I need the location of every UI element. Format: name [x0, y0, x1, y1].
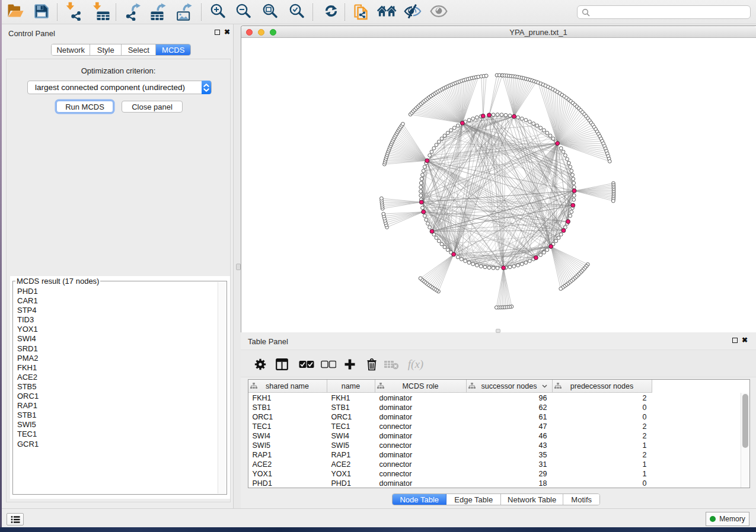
- mcds-result-item[interactable]: PHD1: [14, 287, 218, 296]
- search-input[interactable]: [590, 6, 750, 18]
- show-all-button[interactable]: [429, 2, 449, 22]
- status-bar: Memory: [2, 508, 756, 527]
- network-view[interactable]: [241, 39, 756, 332]
- close-panel-button[interactable]: Close panel: [122, 101, 183, 113]
- column-header-name[interactable]: name: [327, 380, 375, 392]
- table-row[interactable]: TEC1TEC1connector472: [248, 422, 748, 431]
- window-minimize-button[interactable]: [258, 29, 264, 36]
- mcds-result-item[interactable]: STP4: [14, 306, 218, 315]
- tab-edge-table[interactable]: Edge Table: [446, 494, 500, 505]
- toolbar-separator: [116, 4, 116, 21]
- table-row[interactable]: RAP1RAP1dominator352: [248, 450, 748, 460]
- column-header-predecessor-nodes[interactable]: predecessor nodes: [553, 380, 652, 392]
- search-field[interactable]: [577, 5, 751, 19]
- tab-network-table[interactable]: Network Table: [501, 494, 563, 505]
- optimization-criterion-select[interactable]: largest connected component (undirected): [27, 81, 212, 94]
- tab-network[interactable]: Network: [52, 44, 90, 55]
- table-cell: PHD1: [327, 479, 375, 488]
- mcds-result-item[interactable]: TID3: [14, 315, 218, 325]
- mcds-result-list[interactable]: PHD1CAR1STP4TID3YOX1SWI4SRD1PMA2FKH1ACE2…: [14, 287, 218, 493]
- column-header-successor-nodes[interactable]: successor nodes: [467, 380, 553, 392]
- mcds-result-item[interactable]: STB1: [14, 411, 218, 420]
- horizontal-splitter-grip[interactable]: [496, 329, 500, 333]
- add-button[interactable]: [341, 356, 359, 372]
- network-window-titlebar[interactable]: YPA_prune.txt_1: [241, 26, 756, 38]
- table-row[interactable]: ACE2ACE2connector311: [248, 460, 748, 469]
- houses-icon: [377, 5, 397, 19]
- mcds-result-scrollbar[interactable]: [218, 282, 226, 493]
- mcds-result-item[interactable]: STB5: [14, 382, 218, 392]
- table-scrollbar-thumb[interactable]: [742, 394, 748, 448]
- task-history-button[interactable]: [7, 513, 24, 525]
- first-neighbors-button[interactable]: [351, 2, 371, 22]
- table-row[interactable]: SWI4SWI4dominator462: [248, 431, 748, 441]
- tab-style[interactable]: Style: [90, 44, 122, 55]
- table-cell: SWI4: [327, 431, 375, 441]
- memory-button[interactable]: Memory: [706, 512, 749, 526]
- houses-button[interactable]: [377, 2, 397, 22]
- table-row[interactable]: YOX1YOX1connector291: [248, 469, 748, 479]
- float-panel-icon[interactable]: [215, 30, 220, 35]
- table-cell: YOX1: [327, 469, 375, 479]
- gear-icon: [254, 358, 267, 371]
- mcds-result-item[interactable]: ORC1: [14, 392, 218, 401]
- hide-selected-button[interactable]: [403, 2, 423, 22]
- mcds-result-item[interactable]: SWI4: [14, 334, 218, 344]
- function-builder-button[interactable]: f(x): [407, 356, 425, 372]
- window-zoom-button[interactable]: [270, 29, 276, 36]
- float-table-panel-icon[interactable]: [732, 338, 738, 343]
- mcds-result-item[interactable]: CAR1: [14, 296, 218, 306]
- mcds-result-item[interactable]: TEC1: [14, 430, 218, 439]
- mcds-result-item[interactable]: PMA2: [14, 354, 218, 363]
- delete-button[interactable]: [363, 356, 381, 372]
- table-cell: ORC1: [248, 412, 327, 422]
- vertical-splitter[interactable]: [233, 24, 241, 508]
- show-column-button[interactable]: [273, 356, 291, 372]
- table-settings-button[interactable]: [251, 356, 269, 372]
- table-row[interactable]: PHD1PHD1dominator180: [248, 479, 748, 488]
- splitter-grip[interactable]: [236, 264, 241, 270]
- import-network-button[interactable]: [64, 2, 84, 22]
- export-network-button[interactable]: [123, 2, 143, 22]
- tab-motifs[interactable]: Motifs: [563, 494, 599, 505]
- tab-mcds[interactable]: MCDS: [156, 44, 190, 55]
- zoom-out-icon: [235, 3, 251, 22]
- mcds-result-item[interactable]: SWI5: [14, 420, 218, 430]
- column-header-shared-name[interactable]: shared name: [248, 380, 327, 392]
- zoom-in-button[interactable]: [208, 2, 228, 22]
- delete-table-button[interactable]: [382, 356, 400, 372]
- export-image-button[interactable]: [175, 2, 195, 22]
- mcds-result-item[interactable]: FKH1: [14, 363, 218, 373]
- table-cell: 1: [553, 460, 652, 469]
- mcds-result-item[interactable]: RAP1: [14, 401, 218, 411]
- apply-layout-button[interactable]: [321, 2, 341, 22]
- zoom-selected-button[interactable]: [286, 2, 307, 22]
- open-file-button[interactable]: [5, 2, 25, 22]
- table-row[interactable]: ORC1ORC1dominator610: [248, 412, 748, 422]
- column-label: MCDS role: [402, 382, 438, 390]
- zoom-fit-button[interactable]: [260, 2, 280, 22]
- import-table-button[interactable]: [91, 2, 111, 22]
- toolbar-separator: [201, 4, 202, 21]
- select-all-button[interactable]: [298, 356, 315, 372]
- zoom-out-button[interactable]: [233, 2, 253, 22]
- window-close-button[interactable]: [246, 29, 253, 36]
- table-scrollbar[interactable]: [741, 393, 749, 488]
- mcds-result-item[interactable]: YOX1: [14, 325, 218, 334]
- eye-icon: [430, 5, 448, 20]
- column-header-MCDS-role[interactable]: MCDS role: [375, 380, 467, 392]
- export-table-button[interactable]: [149, 2, 169, 22]
- mcds-result-item[interactable]: ACE2: [14, 373, 218, 382]
- close-panel-icon[interactable]: ✖: [224, 30, 230, 35]
- tab-select[interactable]: Select: [122, 44, 157, 55]
- table-row[interactable]: SWI5SWI5connector431: [248, 441, 748, 450]
- mcds-result-item[interactable]: SRD1: [14, 344, 218, 354]
- run-mcds-button[interactable]: Run MCDS: [56, 101, 113, 113]
- deselect-all-button[interactable]: [320, 356, 337, 372]
- save-session-button[interactable]: [31, 2, 52, 22]
- mcds-result-item[interactable]: GCR1: [14, 440, 218, 449]
- table-row[interactable]: STB1STB1dominator620: [248, 403, 748, 412]
- tab-node-table[interactable]: Node Table: [393, 494, 446, 505]
- table-row[interactable]: FKH1FKH1dominator962: [248, 393, 748, 403]
- close-table-panel-icon[interactable]: ✖: [742, 338, 748, 343]
